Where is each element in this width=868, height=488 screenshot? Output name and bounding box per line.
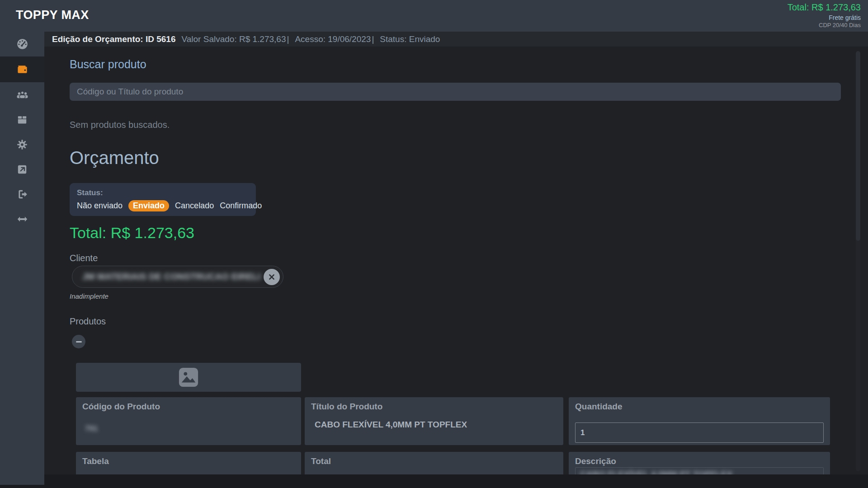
cart-summary: Total: R$ 1.273,63 Frete grátis CDP 20/4…	[788, 2, 861, 29]
product-description-value: CABO FLEXÍVEL 4,0MM PT TOPFLEX	[580, 469, 819, 474]
sign-out-icon	[16, 188, 28, 200]
client-label: Cliente	[70, 253, 98, 263]
product-title-card: Título do Produto CABO FLEXÍVEL 4,0MM PT…	[305, 397, 563, 445]
budget-total: Total: R$ 1.273,63	[70, 224, 194, 242]
page-title: Edição de Orçamento: ID 5616	[52, 34, 176, 44]
external-link-icon	[16, 164, 28, 175]
sidebar-item-products[interactable]	[0, 107, 44, 132]
saved-value: Valor Salvado: R$ 1.273,63	[182, 34, 286, 44]
client-name: JM MATERIAIS DE CONSTRUCAO EIRELI	[82, 272, 260, 282]
separator: |	[287, 34, 289, 44]
quantity-input[interactable]	[575, 422, 824, 443]
product-table-label: Tabela	[82, 456, 295, 466]
image-icon	[178, 367, 199, 388]
product-description-card: Descrição CABO FLEXÍVEL 4,0MM PT TOPFLEX	[569, 452, 830, 474]
users-icon	[16, 89, 29, 101]
product-quantity-card: Quantidade	[569, 397, 830, 445]
description-textarea[interactable]: CABO FLEXÍVEL 4,0MM PT TOPFLEX	[575, 467, 824, 474]
page-header: Edição de Orçamento: ID 5616 Valor Salva…	[44, 32, 868, 47]
product-total-card: Total	[305, 452, 563, 474]
sidebar-item-settings[interactable]	[0, 132, 44, 157]
status-text: Status: Enviado	[380, 34, 440, 44]
product-title-label: Título do Produto	[311, 402, 557, 412]
status-selector: Status: Não enviado Enviado Cancelado Co…	[70, 183, 256, 216]
client-flag: Inadimplente	[70, 292, 108, 300]
sidebar-item-clients[interactable]	[0, 82, 44, 107]
client-field[interactable]: JM MATERIAIS DE CONSTRUCAO EIRELI	[72, 266, 283, 288]
cart-total: Total: R$ 1.273,63	[788, 2, 861, 13]
sidebar-item-collapse[interactable]	[0, 206, 44, 231]
vertical-scrollbar[interactable]	[856, 51, 860, 471]
topbar: TOPPY MAX Total: R$ 1.273,63 Frete gráti…	[0, 0, 868, 32]
product-image-placeholder	[76, 363, 301, 392]
status-option-enviado[interactable]: Enviado	[128, 200, 169, 211]
product-total-label: Total	[311, 456, 557, 466]
status-label: Status:	[77, 188, 249, 197]
scrollbar-thumb[interactable]	[856, 51, 860, 241]
sidebar-item-external-link[interactable]	[0, 157, 44, 182]
product-quantity-label: Quantidade	[575, 402, 824, 412]
status-option-cancelado[interactable]: Cancelado	[175, 201, 214, 211]
shipping-note: Frete grátis	[788, 14, 861, 21]
search-heading: Buscar produto	[70, 58, 146, 71]
sidebar-item-dashboard[interactable]	[0, 32, 44, 56]
product-search-input[interactable]	[70, 83, 841, 101]
status-option-confirmado[interactable]: Confirmado	[220, 201, 262, 211]
search-empty-message: Sem produtos buscados.	[70, 120, 170, 130]
budget-heading: Orçamento	[70, 148, 159, 168]
content-area: Buscar produto Sem produtos buscados. Or…	[44, 47, 868, 474]
separator: |	[372, 34, 374, 44]
app-window: TOPPY MAX Total: R$ 1.273,63 Frete gráti…	[0, 0, 868, 488]
status-options: Não enviado Enviado Cancelado Confirmado	[77, 200, 249, 211]
product-code-label: Código do Produto	[82, 402, 295, 412]
wallet-icon	[16, 63, 28, 75]
client-clear-button[interactable]	[264, 269, 280, 285]
x-circle-icon	[267, 272, 276, 282]
product-code-value: 791	[85, 424, 100, 433]
sidebar-item-budgets[interactable]	[0, 56, 44, 82]
remove-product-button[interactable]	[72, 335, 85, 348]
products-label: Produtos	[70, 316, 106, 327]
product-description-label: Descrição	[575, 456, 824, 466]
sidebar-item-logout[interactable]	[0, 182, 44, 206]
status-option-nao-enviado[interactable]: Não enviado	[77, 201, 123, 211]
access-date: Acesso: 19/06/2023	[295, 34, 371, 44]
dashboard-icon	[16, 38, 28, 50]
sidebar	[0, 32, 44, 485]
product-table-card: Tabela	[76, 452, 301, 474]
product-code-card: Código do Produto 791	[76, 397, 301, 445]
brand-logo: TOPPY MAX	[16, 8, 89, 22]
minus-icon	[76, 341, 82, 343]
gear-icon	[16, 139, 28, 150]
cdp-note: CDP 20/40 Dias	[788, 22, 861, 29]
box-icon	[16, 114, 28, 126]
product-title-value: CABO FLEXÍVEL 4,0MM PT TOPFLEX	[315, 420, 557, 430]
arrows-horizontal-icon	[16, 214, 28, 224]
